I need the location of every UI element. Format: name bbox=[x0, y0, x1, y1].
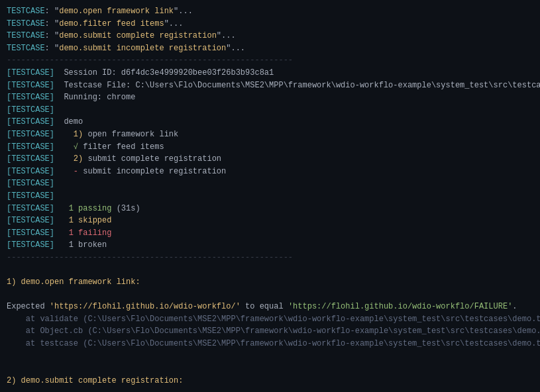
terminal-line: [TESTCASE] 1 passing (31s) bbox=[7, 203, 533, 215]
terminal-line: at testcase (C:\Users\Flo\Documents\MSE2… bbox=[7, 338, 533, 350]
terminal-line bbox=[7, 387, 533, 392]
terminal-line: TESTCASE: "demo.open framework link"... bbox=[7, 5, 533, 18]
terminal-line: [TESTCASE] 1 skipped bbox=[7, 215, 533, 227]
terminal-line: at Object.cb (C:\Users\Flo\Documents\MSE… bbox=[7, 325, 533, 338]
terminal-line: [TESTCASE] Session ID: d6f4dc3e4999920be… bbox=[7, 67, 533, 79]
terminal-line: at validate (C:\Users\Flo\Documents\MSE2… bbox=[7, 313, 533, 326]
terminal-line: ----------------------------------------… bbox=[7, 252, 533, 264]
terminal-line: [TESTCASE] √ filter feed items bbox=[7, 141, 533, 154]
terminal-line: [TESTCASE] bbox=[7, 177, 533, 190]
terminal-line bbox=[7, 362, 533, 375]
terminal-line: [TESTCASE] bbox=[7, 104, 533, 117]
terminal-line: 1) demo.open framework link: bbox=[7, 276, 533, 289]
terminal-line: [TESTCASE] bbox=[7, 190, 533, 203]
terminal-line: 2) demo.submit complete registration: bbox=[7, 375, 533, 387]
terminal-line bbox=[7, 350, 533, 363]
terminal-line: [TESTCASE] demo bbox=[7, 116, 533, 128]
terminal-line: ----------------------------------------… bbox=[7, 54, 533, 67]
terminal-line: [TESTCASE] Running: chrome bbox=[7, 91, 533, 104]
terminal-line: [TESTCASE] Testcase File: C:\Users\Flo\D… bbox=[7, 79, 533, 92]
terminal-line: Expected 'https://flohil.github.io/wdio-… bbox=[7, 301, 533, 313]
terminal-line bbox=[7, 264, 533, 276]
terminal-line: [TESTCASE] 1 broken bbox=[7, 239, 533, 252]
terminal-line: [TESTCASE] - submit incomplete registrat… bbox=[7, 166, 533, 178]
terminal-line: TESTCASE: "demo.filter feed items"... bbox=[7, 18, 533, 30]
terminal-line: TESTCASE: "demo.submit complete registra… bbox=[7, 30, 533, 42]
terminal-line: [TESTCASE] 1 failing bbox=[7, 227, 533, 240]
terminal-line: [TESTCASE] 2) submit complete registrati… bbox=[7, 153, 533, 166]
terminal-line: [TESTCASE] 1) open framework link bbox=[7, 128, 533, 141]
terminal-line bbox=[7, 289, 533, 301]
terminal-output: TESTCASE: "demo.open framework link"...T… bbox=[7, 5, 533, 392]
terminal-line: TESTCASE: "demo.submit incomplete regist… bbox=[7, 42, 533, 55]
